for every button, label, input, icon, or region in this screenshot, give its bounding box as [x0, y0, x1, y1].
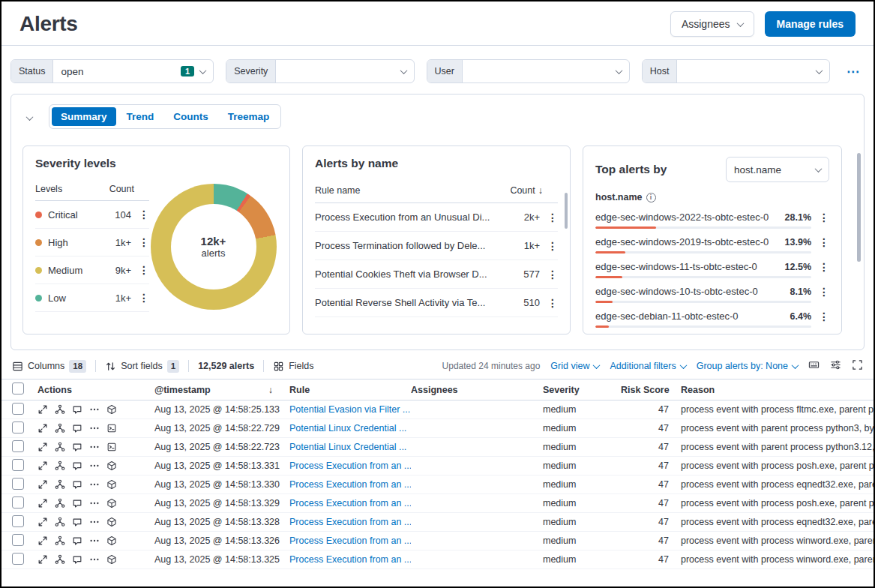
row-checkbox[interactable]: [12, 515, 24, 527]
expand-alert-icon[interactable]: [37, 536, 48, 546]
header-risk-score[interactable]: Risk Score: [621, 385, 672, 395]
row-checkbox[interactable]: [12, 422, 24, 434]
more-actions-icon[interactable]: [89, 554, 100, 565]
alert-source-icon[interactable]: [106, 423, 117, 434]
analyze-event-icon[interactable]: [55, 423, 65, 434]
host-name-link[interactable]: edge-sec-windows-2019-ts-obtc-estec-0: [595, 236, 785, 248]
section-scrollbar[interactable]: [857, 153, 861, 262]
manage-rules-button[interactable]: Manage rules: [765, 11, 856, 37]
grid-view-button[interactable]: Grid view: [550, 361, 599, 371]
row-checkbox[interactable]: [12, 478, 24, 490]
tab-trend[interactable]: Trend: [118, 107, 163, 126]
kebab-menu-icon[interactable]: ⋮: [819, 212, 829, 223]
comment-icon[interactable]: [72, 517, 82, 527]
kebab-menu-icon[interactable]: ⋮: [139, 292, 149, 303]
kebab-menu-icon[interactable]: ⋮: [547, 298, 558, 308]
group-alerts-by-button[interactable]: Group alerts by: None: [697, 361, 798, 371]
row-checkbox[interactable]: [12, 459, 24, 471]
rule-link[interactable]: Potential Evasion via Filter ...: [289, 404, 410, 415]
header-severity[interactable]: Severity: [543, 385, 621, 395]
rule-link[interactable]: Potential Linux Credential ...: [289, 442, 406, 452]
rule-link[interactable]: Potential Linux Credential ...: [289, 423, 406, 434]
row-checkbox[interactable]: [12, 534, 24, 546]
user-filter[interactable]: User: [427, 59, 630, 83]
expand-alert-icon[interactable]: [37, 479, 48, 490]
rule-link[interactable]: Process Execution from an ...: [289, 479, 411, 490]
more-actions-icon[interactable]: [89, 498, 100, 508]
analyze-event-icon[interactable]: [55, 460, 65, 471]
display-options-icon[interactable]: [830, 359, 841, 373]
analyze-event-icon[interactable]: [55, 479, 65, 490]
expand-alert-icon[interactable]: [37, 498, 48, 508]
assignees-button[interactable]: Assignees: [670, 11, 754, 37]
rule-link[interactable]: Process Execution from an ...: [289, 498, 411, 508]
sort-desc-icon[interactable]: ↓: [538, 185, 543, 196]
columns-button[interactable]: Columns 18: [12, 360, 86, 373]
alert-source-icon[interactable]: [106, 442, 117, 452]
header-reason[interactable]: Reason: [672, 385, 874, 395]
severity-donut-chart[interactable]: 12k+ alerts: [151, 184, 277, 310]
host-name-link[interactable]: edge-sec-windows-10-ts-obtc-estec-0: [595, 286, 790, 297]
additional-filters-button[interactable]: Additional filters: [610, 361, 685, 371]
more-actions-icon[interactable]: [89, 460, 100, 471]
row-checkbox[interactable]: [12, 496, 24, 508]
rule-link[interactable]: Process Execution from an ...: [289, 517, 411, 527]
analyze-event-icon[interactable]: [55, 536, 65, 546]
comment-icon[interactable]: [72, 479, 82, 490]
analyze-event-icon[interactable]: [55, 498, 65, 508]
collapse-charts-button[interactable]: [22, 106, 37, 128]
kebab-menu-icon[interactable]: ⋮: [139, 237, 149, 248]
expand-alert-icon[interactable]: [37, 423, 48, 434]
comment-icon[interactable]: [72, 460, 82, 471]
keyboard-shortcuts-icon[interactable]: [808, 359, 820, 373]
kebab-menu-icon[interactable]: ⋮: [819, 286, 829, 297]
kebab-menu-icon[interactable]: ⋮: [819, 237, 829, 248]
comment-icon[interactable]: [72, 554, 82, 565]
tab-treemap[interactable]: Treemap: [219, 107, 279, 126]
kebab-menu-icon[interactable]: ⋮: [547, 269, 558, 280]
kebab-menu-icon[interactable]: ⋮: [547, 212, 558, 223]
header-timestamp[interactable]: @timestamp ↓: [154, 385, 289, 395]
more-actions-icon[interactable]: [89, 517, 100, 527]
row-checkbox[interactable]: [12, 440, 24, 452]
alert-source-icon[interactable]: [106, 479, 117, 490]
tab-summary[interactable]: Summary: [52, 107, 116, 126]
alert-source-icon[interactable]: [106, 498, 117, 508]
alert-source-icon[interactable]: [106, 554, 117, 565]
sort-fields-button[interactable]: Sort fields 1: [105, 360, 179, 373]
more-actions-icon[interactable]: [89, 442, 100, 452]
analyze-event-icon[interactable]: [55, 517, 65, 527]
panel-scrollbar[interactable]: [565, 193, 568, 229]
host-name-link[interactable]: edge-sec-debian-11-obtc-estec-0: [595, 310, 790, 322]
expand-alert-icon[interactable]: [37, 554, 48, 565]
analyze-event-icon[interactable]: [55, 554, 65, 565]
select-all-checkbox[interactable]: [12, 382, 24, 394]
header-rule[interactable]: Rule: [289, 385, 411, 395]
comment-icon[interactable]: [72, 404, 82, 415]
more-actions-icon[interactable]: [89, 479, 100, 490]
kebab-menu-icon[interactable]: ⋮: [819, 311, 829, 322]
rule-link[interactable]: Process Execution from an ...: [289, 554, 411, 565]
kebab-menu-icon[interactable]: ⋮: [819, 262, 829, 272]
row-checkbox[interactable]: [12, 553, 24, 565]
kebab-menu-icon[interactable]: ⋮: [139, 209, 149, 220]
more-actions-icon[interactable]: [89, 423, 100, 434]
alert-source-icon[interactable]: [106, 536, 117, 546]
alert-source-icon[interactable]: [106, 460, 117, 471]
kebab-menu-icon[interactable]: ⋮: [139, 265, 149, 275]
host-name-link[interactable]: edge-sec-windows-11-ts-obtc-estec-0: [595, 261, 785, 272]
comment-icon[interactable]: [72, 498, 82, 508]
analyze-event-icon[interactable]: [55, 404, 65, 415]
status-filter[interactable]: Status open 1: [10, 59, 214, 83]
kebab-menu-icon[interactable]: ⋮: [547, 241, 558, 251]
header-assignees[interactable]: Assignees: [411, 385, 543, 395]
more-actions-icon[interactable]: [89, 404, 100, 415]
expand-alert-icon[interactable]: [37, 404, 48, 415]
expand-alert-icon[interactable]: [37, 442, 48, 452]
fields-button[interactable]: Fields: [273, 361, 313, 372]
host-name-link[interactable]: edge-sec-windows-2022-ts-obtc-estec-0: [595, 212, 785, 223]
severity-filter[interactable]: Severity: [226, 59, 414, 83]
comment-icon[interactable]: [72, 442, 82, 452]
comment-icon[interactable]: [72, 536, 82, 546]
host-filter[interactable]: Host: [642, 59, 830, 83]
